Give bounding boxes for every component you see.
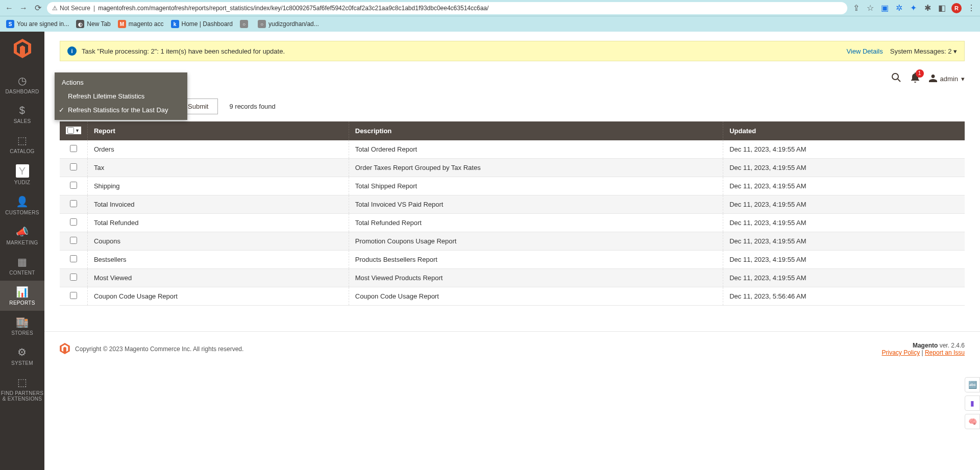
magento-logo[interactable] — [14, 39, 31, 60]
notification-badge: 1 — [916, 69, 924, 78]
dropdown-item[interactable]: Refresh Lifetime Statistics — [55, 89, 187, 103]
float-badge-3[interactable]: 🧠 — [965, 414, 980, 429]
cell-updated: Dec 11, 2023, 4:19:55 AM — [723, 177, 965, 195]
cell-report: Coupon Code Usage Report — [87, 287, 349, 306]
page-footer: Copyright © 2023 Magento Commerce Inc. A… — [44, 331, 980, 377]
cell-description: Most Viewed Products Report — [349, 269, 723, 287]
bookmark-item[interactable]: kHome | Dashboard — [171, 20, 233, 28]
column-header-description[interactable]: Description — [349, 121, 723, 140]
user-menu[interactable]: admin ▾ — [929, 74, 965, 84]
sidebar-item-marketing[interactable]: 📣MARKETING — [0, 220, 44, 251]
panel-icon[interactable]: ◧ — [937, 4, 946, 13]
sidebar-label: FIND PARTNERS & EXTENSIONS — [1, 390, 44, 402]
reload-button[interactable]: ⟳ — [33, 3, 43, 13]
bookmark-label: yudizgordhan/ad... — [268, 20, 319, 28]
sidebar-item-sales[interactable]: $SALES — [0, 100, 44, 129]
browser-right-icons: ⇪ ☆ ▣ ✲ ✦ ✱ ◧ R ⋮ — [851, 3, 976, 13]
column-header-report[interactable]: Report — [87, 121, 349, 140]
cell-updated: Dec 11, 2023, 4:19:55 AM — [723, 251, 965, 269]
bookmark-item[interactable]: ○ — [240, 20, 251, 28]
page-header: Refresh Statistics 1 admin ▾ — [60, 70, 965, 87]
table-row[interactable]: Coupons Promotion Coupons Usage Report D… — [60, 232, 965, 251]
table-row[interactable]: Bestsellers Products Bestsellers Report … — [60, 251, 965, 269]
actions-dropdown-menu: Actions Refresh Lifetime Statistics✓Refr… — [55, 72, 187, 120]
svg-point-0 — [892, 73, 898, 80]
kebab-menu-icon[interactable]: ⋮ — [967, 4, 976, 13]
row-checkbox[interactable] — [70, 274, 77, 281]
row-checkbox[interactable] — [70, 163, 77, 170]
table-row[interactable]: Total Refunded Total Refunded Report Dec… — [60, 214, 965, 232]
select-all-checkbox[interactable] — [67, 127, 74, 134]
float-badge-2[interactable]: ▮ — [965, 395, 980, 411]
sidebar-item-yudiz[interactable]: YYUDIZ — [0, 159, 44, 190]
bookmark-item[interactable]: SYou are signed in... — [6, 20, 69, 28]
search-icon[interactable] — [891, 72, 901, 85]
forward-button[interactable]: → — [18, 3, 29, 13]
table-row[interactable]: Orders Total Ordered Report Dec 11, 2023… — [60, 140, 965, 159]
extension-icon-2[interactable]: ✲ — [894, 4, 903, 13]
cell-report: Total Invoiced — [87, 195, 349, 214]
svg-line-1 — [898, 79, 900, 82]
view-details-link[interactable]: View Details — [846, 47, 883, 55]
row-checkbox[interactable] — [70, 237, 77, 244]
warning-icon: ⚠ — [52, 5, 58, 12]
sidebar-item-dashboard[interactable]: ◷DASHBOARD — [0, 69, 44, 100]
bookmark-label: New Tab — [87, 20, 110, 28]
sidebar-label: DASHBOARD — [5, 89, 39, 94]
system-message-text: Task "Rule processing: 2": 1 item(s) hav… — [82, 47, 285, 55]
share-icon[interactable]: ⇪ — [851, 4, 861, 13]
sidebar-item-stores[interactable]: 🏬STORES — [0, 311, 44, 341]
table-row[interactable]: Total Invoiced Total Invoiced VS Paid Re… — [60, 195, 965, 214]
extensions-puzzle-icon[interactable]: ✱ — [923, 4, 932, 13]
sidebar-item-find-partners-extensions[interactable]: ⬚FIND PARTNERS & EXTENSIONS — [0, 371, 44, 407]
column-header-updated[interactable]: Updated — [723, 121, 965, 140]
privacy-policy-link[interactable]: Privacy Policy — [881, 349, 920, 356]
dropdown-item-label: Refresh Lifetime Statistics — [68, 92, 144, 100]
bookmark-item[interactable]: ○yudizgordhan/ad... — [258, 20, 319, 28]
cell-updated: Dec 11, 2023, 5:56:46 AM — [723, 287, 965, 306]
cell-report: Orders — [87, 140, 349, 159]
extension-icon-1[interactable]: ▣ — [880, 4, 889, 13]
cell-updated: Dec 11, 2023, 4:19:55 AM — [723, 269, 965, 287]
row-checkbox[interactable] — [70, 182, 77, 189]
cell-description: Total Refunded Report — [349, 214, 723, 232]
system-messages-count[interactable]: System Messages: 2 ▾ — [890, 47, 957, 55]
sidebar-item-content[interactable]: ▦CONTENT — [0, 251, 44, 281]
url-text: magentofresh.com/magentofresh/reports/re… — [98, 5, 488, 12]
system-message-bar: i Task "Rule processing: 2": 1 item(s) h… — [60, 41, 965, 61]
sidebar-item-system[interactable]: ⚙SYSTEM — [0, 341, 44, 371]
row-checkbox[interactable] — [70, 200, 77, 207]
row-checkbox[interactable] — [70, 255, 77, 262]
chevron-down-icon[interactable]: ▼ — [75, 128, 80, 133]
bookmark-label: You are signed in... — [17, 20, 69, 28]
cell-description: Total Invoiced VS Paid Report — [349, 195, 723, 214]
cell-report: Most Viewed — [87, 269, 349, 287]
row-checkbox[interactable] — [70, 218, 77, 226]
favicon: M — [118, 20, 126, 28]
select-all-header[interactable]: ▼ — [60, 121, 87, 140]
table-row[interactable]: Most Viewed Most Viewed Products Report … — [60, 269, 965, 287]
bookmark-star-icon[interactable]: ☆ — [866, 4, 875, 13]
records-found: 9 records found — [229, 103, 275, 110]
cell-description: Products Bestsellers Report — [349, 251, 723, 269]
bookmark-item[interactable]: ◐New Tab — [76, 20, 110, 28]
table-row[interactable]: Coupon Code Usage Report Coupon Code Usa… — [60, 287, 965, 306]
sidebar-item-reports[interactable]: 📊REPORTS — [0, 281, 44, 311]
report-issue-link[interactable]: Report an Issu — [925, 349, 965, 356]
sidebar-item-customers[interactable]: 👤CUSTOMERS — [0, 190, 44, 220]
table-row[interactable]: Shipping Total Shipped Report Dec 11, 20… — [60, 177, 965, 195]
notifications-icon[interactable]: 1 — [911, 72, 920, 85]
float-badge-1[interactable]: 🔤 — [965, 377, 980, 392]
row-checkbox[interactable] — [70, 292, 77, 299]
extension-icon-3[interactable]: ✦ — [909, 4, 918, 13]
url-bar[interactable]: ⚠ Not Secure | magentofresh.com/magentof… — [47, 2, 847, 14]
sidebar-item-catalog[interactable]: ⬚CATALOG — [0, 129, 44, 159]
back-button[interactable]: ← — [4, 3, 14, 13]
table-row[interactable]: Tax Order Taxes Report Grouped by Tax Ra… — [60, 159, 965, 177]
profile-avatar[interactable]: R — [951, 3, 962, 13]
row-checkbox[interactable] — [70, 145, 77, 152]
sidebar-icon: ⬚ — [0, 376, 44, 388]
dropdown-item[interactable]: ✓Refresh Statistics for the Last Day — [55, 103, 187, 117]
sidebar-icon: Y — [16, 164, 29, 178]
bookmark-item[interactable]: Mmagento acc — [118, 20, 164, 28]
